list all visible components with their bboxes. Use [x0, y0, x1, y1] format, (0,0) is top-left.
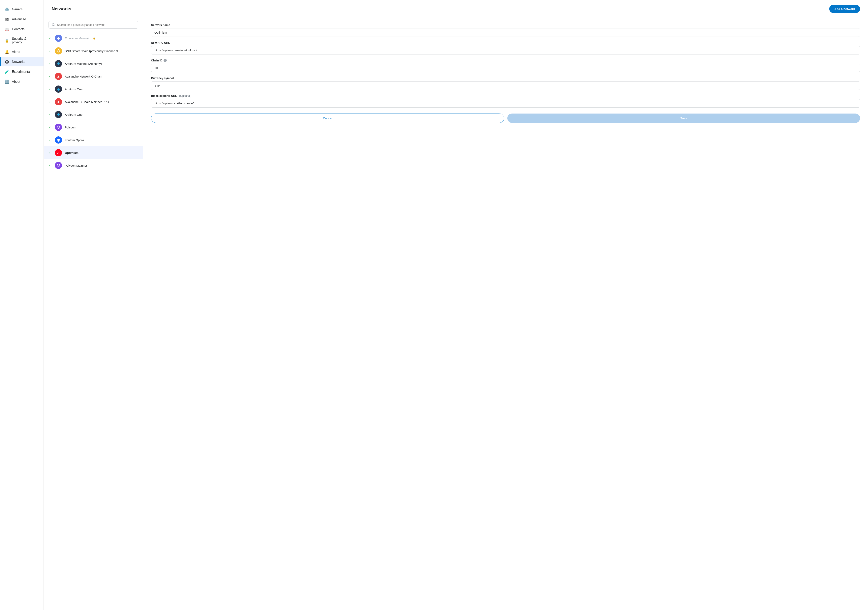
network-name-label: Network name — [151, 23, 860, 26]
block-explorer-group: Block explorer URL (Optional) — [151, 94, 860, 107]
page-title: Networks — [52, 6, 71, 11]
currency-symbol-label: Currency symbol — [151, 76, 860, 80]
networks-icon — [5, 60, 9, 64]
network-name-bnb: BNB Smart Chain (previously Binance S... — [65, 49, 121, 53]
sidebar-item-about[interactable]: ℹ️ About — [0, 77, 43, 86]
rpc-url-input[interactable] — [151, 46, 860, 54]
network-item-arbitrum-alchemy[interactable]: ✓◈Arbitrum Mainnet (Alchemy) — [44, 57, 143, 70]
info-icon: ℹ️ — [5, 79, 9, 84]
network-name-input[interactable] — [151, 28, 860, 37]
rpc-url-group: New RPC URL — [151, 41, 860, 54]
checkmark-bnb: ✓ — [48, 49, 52, 53]
advanced-icon — [5, 17, 9, 22]
network-name-arbitrum-one-2: Arbitrum One — [65, 113, 82, 116]
network-item-avalanche-c[interactable]: ✓▲Avalanche Network C-Chain — [44, 70, 143, 83]
network-name-avalanche-mainnet: Avalanche C Chain Mainnet RPC — [65, 100, 109, 104]
block-explorer-input[interactable] — [151, 99, 860, 107]
sidebar-label-experimental: Experimental — [12, 70, 30, 74]
sidebar-label-general: General — [12, 8, 23, 11]
network-name-ethereum: Ethereum Mainnet — [65, 37, 89, 40]
lock-icon: 🔒 — [5, 38, 9, 43]
network-logo-ethereum: ◆ — [55, 34, 62, 42]
flask-icon: 🧪 — [5, 70, 9, 74]
network-name-group: Network name — [151, 23, 860, 37]
network-item-optimism[interactable]: ✓OPOptimism — [44, 146, 143, 159]
search-input[interactable] — [57, 23, 135, 26]
network-logo-polygon-mainnet: ⬡ — [55, 162, 62, 169]
checkmark-arbitrum-alchemy: ✓ — [48, 62, 52, 65]
cancel-button[interactable]: Cancel — [151, 113, 504, 123]
network-logo-arbitrum-one-1: ◈ — [55, 85, 62, 93]
checkmark-optimism: ✓ — [48, 151, 52, 154]
network-logo-avalanche-c: ▲ — [55, 73, 62, 80]
network-item-polygon-mainnet[interactable]: ✓⬡Polygon Mainnet — [44, 159, 143, 172]
svg-point-4 — [6, 19, 7, 20]
svg-point-3 — [7, 18, 8, 19]
bell-icon: 🔔 — [5, 50, 9, 54]
network-logo-bnb: ⬡ — [55, 47, 62, 54]
network-name-arbitrum-alchemy: Arbitrum Mainnet (Alchemy) — [65, 62, 102, 65]
network-item-bnb[interactable]: ✓⬡BNB Smart Chain (previously Binance S.… — [44, 45, 143, 57]
svg-point-5 — [7, 20, 8, 21]
network-name-fantom: Fantom Opera — [65, 138, 84, 142]
network-name-arbitrum-one-1: Arbitrum One — [65, 87, 82, 91]
network-logo-fantom: ◉ — [55, 137, 62, 144]
sidebar-item-networks[interactable]: Networks — [0, 57, 43, 67]
page-header: Networks Add a network — [44, 0, 868, 17]
main-content: Networks Add a network ✓◆E — [44, 0, 868, 610]
sidebar-item-security[interactable]: 🔒 Security &privacy — [0, 34, 43, 47]
sidebar-item-general[interactable]: ⚙️ General — [0, 5, 43, 14]
network-logo-optimism: OP — [55, 149, 62, 156]
checkmark-ethereum: ✓ — [48, 37, 52, 40]
network-logo-arbitrum-alchemy: ◈ — [55, 60, 62, 67]
checkmark-avalanche-c: ✓ — [48, 75, 52, 78]
sidebar-item-alerts[interactable]: 🔔 Alerts — [0, 47, 43, 56]
sidebar-label-alerts: Alerts — [12, 50, 20, 54]
network-logo-polygon: ⬡ — [55, 124, 62, 131]
add-network-button[interactable]: Add a network — [829, 5, 860, 13]
network-logo-arbitrum-one-2: ◈ — [55, 111, 62, 118]
gear-icon: ⚙️ — [5, 7, 9, 11]
sidebar-item-experimental[interactable]: 🧪 Experimental — [0, 67, 43, 76]
network-item-polygon[interactable]: ✓⬡Polygon — [44, 121, 143, 133]
sidebar-item-contacts[interactable]: 📖 Contacts — [0, 25, 43, 34]
chain-id-input[interactable] — [151, 64, 860, 72]
contacts-icon: 📖 — [5, 27, 9, 31]
block-explorer-label: Block explorer URL (Optional) — [151, 94, 860, 98]
sidebar-label-advanced: Advanced — [12, 17, 26, 21]
network-item-fantom[interactable]: ✓◉Fantom Opera — [44, 133, 143, 146]
currency-symbol-input[interactable] — [151, 81, 860, 90]
network-item-avalanche-mainnet[interactable]: ✓▲Avalanche C Chain Mainnet RPC — [44, 95, 143, 108]
save-button[interactable]: Save — [507, 113, 860, 123]
checkmark-arbitrum-one-2: ✓ — [48, 113, 52, 116]
checkmark-polygon: ✓ — [48, 126, 52, 129]
search-icon — [52, 23, 55, 26]
network-item-ethereum[interactable]: ✓◆Ethereum Mainnet🔒 — [44, 32, 143, 45]
currency-symbol-group: Currency symbol — [151, 76, 860, 90]
network-item-arbitrum-one-1[interactable]: ✓◈Arbitrum One — [44, 83, 143, 95]
network-name-polygon-mainnet: Polygon Mainnet — [65, 164, 87, 167]
content-area: ✓◆Ethereum Mainnet🔒✓⬡BNB Smart Chain (pr… — [44, 17, 868, 610]
chain-id-group: Chain ID i — [151, 59, 860, 72]
network-list: ✓◆Ethereum Mainnet🔒✓⬡BNB Smart Chain (pr… — [44, 30, 143, 610]
block-explorer-optional: (Optional) — [179, 94, 191, 98]
checkmark-arbitrum-one-1: ✓ — [48, 87, 52, 91]
checkmark-fantom: ✓ — [48, 138, 52, 141]
sidebar-label-about: About — [12, 80, 20, 84]
checkmark-avalanche-mainnet: ✓ — [48, 100, 52, 103]
lock-icon-ethereum: 🔒 — [93, 37, 96, 40]
network-name-polygon: Polygon — [65, 126, 76, 129]
chain-id-label: Chain ID i — [151, 59, 860, 62]
svg-line-9 — [54, 25, 55, 26]
network-item-arbitrum-one-2[interactable]: ✓◈Arbitrum One — [44, 108, 143, 121]
network-list-panel: ✓◆Ethereum Mainnet🔒✓⬡BNB Smart Chain (pr… — [44, 17, 143, 610]
rpc-url-label: New RPC URL — [151, 41, 860, 44]
checkmark-polygon-mainnet: ✓ — [48, 164, 52, 167]
sidebar-label-security: Security &privacy — [12, 37, 26, 44]
sidebar-item-advanced[interactable]: Advanced — [0, 15, 43, 24]
network-name-avalanche-c: Avalanche Network C-Chain — [65, 75, 102, 78]
search-box[interactable] — [48, 21, 138, 29]
sidebar-label-networks: Networks — [12, 60, 25, 64]
form-panel: Network name New RPC URL Chain ID i Curr… — [143, 17, 868, 610]
chain-id-info-icon[interactable]: i — [164, 59, 167, 62]
